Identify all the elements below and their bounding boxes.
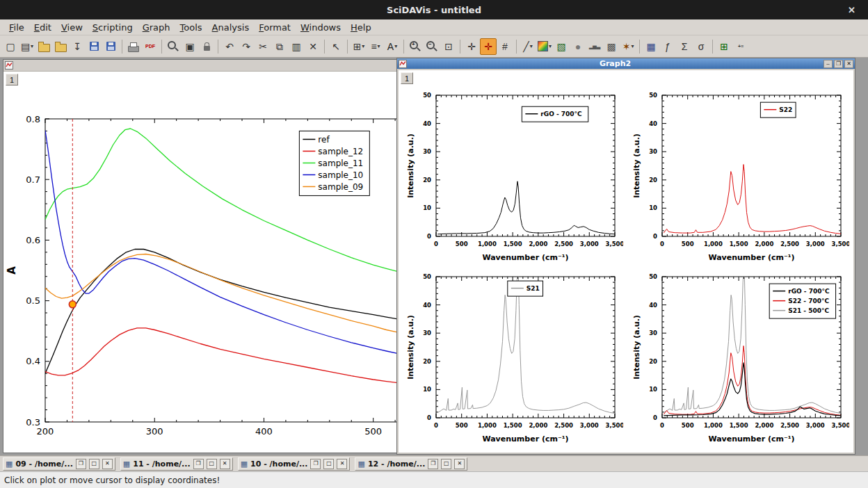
delete-selection-button[interactable]: ✕: [305, 38, 321, 55]
plot-bars-button[interactable]: ▂▅▃: [586, 38, 603, 55]
copy-button[interactable]: ⧉: [271, 38, 288, 55]
zoom-out-button[interactable]: [424, 38, 440, 55]
undo-button[interactable]: ↶: [221, 38, 238, 55]
move-data-points-button[interactable]: #: [497, 38, 513, 55]
taskbar-close-icon[interactable]: ✕: [454, 459, 465, 469]
raman-plot-s21[interactable]: 05001,0001,5002,0002,5003,0003,500010203…: [404, 270, 623, 446]
taskbar-window-button-3[interactable]: ▦10 - /home/...❐□✕: [238, 457, 351, 471]
graph2-minimize-button[interactable]: –: [823, 60, 833, 68]
graph1-titlebar[interactable]: [3, 60, 408, 72]
svg-text:20: 20: [423, 177, 431, 184]
cut-button[interactable]: ✂: [255, 38, 271, 55]
redo-button[interactable]: ↷: [238, 38, 255, 55]
save-project-button[interactable]: [86, 38, 102, 55]
menu-format[interactable]: Format: [254, 21, 296, 34]
taskbar-close-icon[interactable]: ✕: [102, 459, 113, 469]
statistics-button[interactable]: σ: [693, 38, 709, 55]
menu-view[interactable]: View: [56, 21, 88, 34]
svg-text:40: 40: [649, 120, 657, 127]
svg-text:Wavenumber (cm⁻¹): Wavenumber (cm⁻¹): [708, 253, 794, 262]
graph2-layer-button[interactable]: 1: [401, 72, 413, 84]
arrange-layers-button[interactable]: +≡: [732, 38, 749, 55]
svg-text:ref: ref: [318, 135, 330, 145]
taskbar-window-label: 12 - /home/...: [368, 459, 425, 469]
rescale-to-show-all-button[interactable]: ⊡: [440, 38, 457, 55]
taskbar-restore-icon[interactable]: ❐: [310, 459, 321, 469]
app-close-button[interactable]: ✕: [844, 0, 860, 19]
graph2-window[interactable]: Graph2 – ❐ ✕ 1 05001,0001,5002,0002,5003…: [396, 58, 855, 455]
taskbar-restore-icon[interactable]: ❐: [193, 459, 204, 469]
taskbar-maximize-icon[interactable]: □: [207, 459, 217, 469]
taskbar-maximize-icon[interactable]: □: [441, 459, 451, 469]
analysis-tools-button[interactable]: ✶▾: [620, 38, 636, 55]
menu-help[interactable]: Help: [346, 21, 376, 34]
taskbar-window-button-1[interactable]: ▦09 - /home/...❐□✕: [3, 457, 115, 471]
line-style-button[interactable]: ≡▾: [367, 38, 384, 55]
add-image-button[interactable]: ▾: [536, 38, 553, 55]
import-ascii-button[interactable]: ↧: [69, 38, 86, 55]
new-legend-button[interactable]: ▧: [553, 38, 570, 55]
plot-3d-button[interactable]: ●: [570, 38, 586, 55]
formula-mode-button[interactable]: ƒ: [659, 38, 676, 55]
menu-tools[interactable]: Tools: [175, 21, 207, 34]
graph1-layer-button[interactable]: 1: [6, 74, 18, 86]
print-button[interactable]: [125, 38, 142, 55]
taskbar-window-button-2[interactable]: ▦11 - /home/...❐□✕: [120, 457, 233, 471]
taskbar-maximize-icon[interactable]: □: [89, 459, 99, 469]
project-explorer-button[interactable]: [165, 38, 182, 55]
pointer-tool-button[interactable]: ↖: [328, 38, 344, 55]
graph1-plot-canvas[interactable]: 2003004005000.30.40.50.60.70.8Arefsample…: [3, 72, 408, 453]
raman-plot-overlay[interactable]: 05001,0001,5002,0002,5003,0003,500010203…: [630, 270, 849, 446]
svg-text:S22: S22: [779, 106, 792, 113]
svg-text:40: 40: [423, 120, 431, 127]
table-grid-button[interactable]: ▦: [643, 38, 659, 55]
data-reader-button[interactable]: ✛: [480, 38, 497, 55]
lock-toolbars-button[interactable]: [198, 38, 215, 55]
raman-plot-rgo[interactable]: 05001,0001,5002,0002,5003,0003,500010203…: [404, 88, 623, 264]
add-text-dropdown-icon: ▾: [394, 43, 397, 49]
save-template-button[interactable]: [102, 38, 119, 55]
new-layer-button[interactable]: ⊞: [716, 38, 732, 55]
taskbar-restore-icon[interactable]: ❐: [76, 459, 86, 469]
plot-area-icon: ▩: [606, 42, 616, 51]
taskbar-restore-icon[interactable]: ❐: [428, 459, 438, 469]
menu-graph[interactable]: Graph: [138, 21, 175, 34]
svg-text:500: 500: [456, 422, 468, 429]
status-text: Click on plot or move cursor to display …: [4, 475, 220, 485]
menu-windows[interactable]: Windows: [296, 21, 346, 34]
window-taskbar: ▦09 - /home/...❐□✕▦11 - /home/...❐□✕▦10 …: [0, 455, 868, 471]
menu-file[interactable]: File: [4, 21, 29, 34]
graph1-window[interactable]: 1 2003004005000.30.40.50.60.70.8Arefsamp…: [3, 59, 408, 453]
add-text-button[interactable]: A▾: [384, 38, 401, 55]
toolbar-separator: [403, 40, 404, 54]
graph2-restore-button[interactable]: ❐: [834, 60, 843, 68]
new-project-button[interactable]: ▢: [2, 38, 19, 55]
taskbar-close-icon[interactable]: ✕: [220, 459, 230, 469]
graph2-titlebar[interactable]: Graph2 – ❐ ✕: [397, 58, 855, 69]
export-pdf-button[interactable]: PDF: [142, 38, 159, 55]
svg-text:1,500: 1,500: [730, 422, 748, 429]
svg-text:500: 500: [682, 422, 694, 429]
menu-analysis[interactable]: Analysis: [207, 21, 255, 34]
menu-edit[interactable]: Edit: [29, 21, 56, 34]
raman-plot-s22[interactable]: 05001,0001,5002,0002,5003,0003,500010203…: [630, 88, 849, 264]
svg-text:30: 30: [649, 330, 657, 336]
plot-area-button[interactable]: ▩: [603, 38, 620, 55]
open-template-button[interactable]: [52, 38, 69, 55]
draw-line-button[interactable]: ╱▾: [520, 38, 536, 55]
graph2-close-button[interactable]: ✕: [844, 60, 853, 68]
taskbar-close-icon[interactable]: ✕: [337, 459, 347, 469]
sum-rows-button[interactable]: Σ: [676, 38, 693, 55]
zoom-in-button[interactable]: [407, 38, 424, 55]
menu-scripting[interactable]: Scripting: [88, 21, 138, 34]
open-project-button[interactable]: [35, 38, 52, 55]
results-log-button[interactable]: ▣: [182, 38, 198, 55]
screen-reader-button[interactable]: ✛: [463, 38, 480, 55]
svg-text:sample_10: sample_10: [318, 170, 363, 180]
taskbar-maximize-icon[interactable]: □: [323, 459, 334, 469]
svg-text:0.4: 0.4: [26, 356, 40, 366]
paste-button[interactable]: ▥: [288, 38, 305, 55]
new-aspect-button[interactable]: ▤▾: [19, 38, 35, 55]
taskbar-window-button-4[interactable]: ▦12 - /home/...❐□✕: [355, 457, 467, 471]
add-curve-button[interactable]: ⊞▾: [351, 38, 367, 55]
